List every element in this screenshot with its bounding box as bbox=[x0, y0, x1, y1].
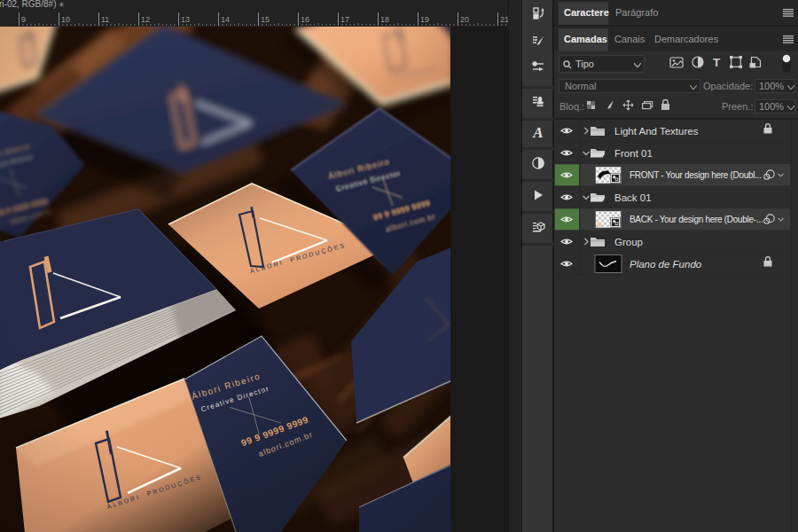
svg-text:17: 17 bbox=[340, 15, 349, 24]
svg-text:ri-02, RGB/8#) ✳: ri-02, RGB/8#) ✳ bbox=[0, 0, 65, 9]
svg-text:Back 01: Back 01 bbox=[614, 192, 652, 203]
svg-text:16: 16 bbox=[301, 15, 309, 24]
svg-text:14: 14 bbox=[221, 15, 230, 24]
svg-text:Front 01: Front 01 bbox=[614, 148, 653, 159]
svg-text:BACK - Your design here (Doubl: BACK - Your design here (Double-... bbox=[630, 215, 763, 224]
svg-text:10: 10 bbox=[61, 15, 70, 24]
svg-text:12: 12 bbox=[141, 15, 150, 24]
svg-text:Group: Group bbox=[614, 237, 643, 247]
svg-text:A: A bbox=[532, 125, 543, 139]
svg-text:Light And Textures: Light And Textures bbox=[614, 126, 699, 137]
svg-text:Plano de Fundo: Plano de Fundo bbox=[630, 259, 702, 270]
svg-text:19: 19 bbox=[420, 15, 429, 24]
svg-text:FRONT - Your design here (Doub: FRONT - Your design here (Doubl... bbox=[630, 170, 762, 180]
svg-text:13: 13 bbox=[181, 15, 190, 24]
svg-text:20: 20 bbox=[460, 15, 469, 24]
svg-text:18: 18 bbox=[380, 15, 389, 24]
svg-text:11: 11 bbox=[101, 15, 109, 24]
svg-text:15: 15 bbox=[261, 15, 270, 24]
svg-text:9: 9 bbox=[21, 15, 26, 24]
svg-text:21: 21 bbox=[500, 15, 508, 24]
